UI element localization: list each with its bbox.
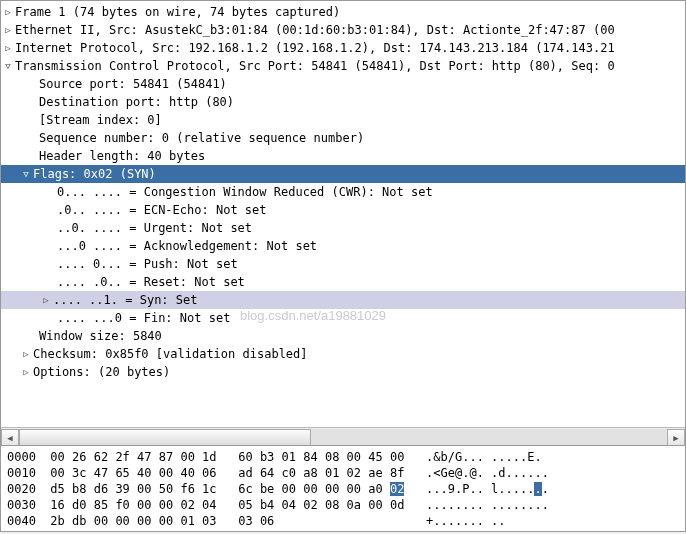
sequence-number-text: Sequence number: 0 (relative sequence nu… — [39, 130, 364, 147]
stream-index-text: [Stream index: 0] — [39, 112, 162, 129]
scroll-track[interactable] — [19, 429, 667, 447]
fin-flag-text: .... ...0 = Fin: Not set — [57, 310, 230, 327]
ack-flag-row[interactable]: ...0 .... = Acknowledgement: Not set — [1, 237, 685, 255]
dest-port-text: Destination port: http (80) — [39, 94, 234, 111]
hex-ascii: +....... .. — [426, 514, 505, 528]
expand-icon[interactable]: ▷ — [19, 346, 33, 363]
source-port-row[interactable]: Source port: 54841 (54841) — [1, 75, 685, 93]
horizontal-scrollbar[interactable]: ◀ ▶ — [1, 427, 685, 446]
source-port-text: Source port: 54841 (54841) — [39, 76, 227, 93]
urg-flag-text: ..0. .... = Urgent: Not set — [57, 220, 252, 237]
scroll-thumb[interactable] — [19, 429, 311, 447]
hex-ascii: ...9.P.. l..... — [426, 482, 534, 496]
expand-icon[interactable]: ▷ — [1, 40, 15, 57]
hex-offset: 0040 — [7, 514, 36, 528]
expand-icon[interactable]: ▷ — [1, 4, 15, 21]
hex-offset: 0020 — [7, 482, 36, 496]
fin-flag-row[interactable]: .... ...0 = Fin: Not set — [1, 309, 685, 327]
checksum-text: Checksum: 0x85f0 [validation disabled] — [33, 346, 308, 363]
frame-row[interactable]: ▷ Frame 1 (74 bytes on wire, 74 bytes ca… — [1, 3, 685, 21]
ece-flag-text: .0.. .... = ECN-Echo: Not set — [57, 202, 267, 219]
hex-bytes: 00 3c 47 65 40 00 40 06 — [50, 466, 216, 480]
header-length-text: Header length: 40 bytes — [39, 148, 205, 165]
hex-bytes: 05 b4 04 02 08 0a 00 0d — [238, 498, 404, 512]
ip-row[interactable]: ▷ Internet Protocol, Src: 192.168.1.2 (1… — [1, 39, 685, 57]
ethernet-text: Ethernet II, Src: AsustekC_b3:01:84 (00:… — [15, 22, 615, 39]
options-text: Options: (20 bytes) — [33, 364, 170, 381]
hex-bytes: 6c be 00 00 00 00 a0 — [238, 482, 390, 496]
window-size-row[interactable]: Window size: 5840 — [1, 327, 685, 345]
hex-bytes: 60 b3 01 84 08 00 45 00 — [238, 450, 404, 464]
hex-row[interactable]: 0010 00 3c 47 65 40 00 40 06 ad 64 c0 a8… — [7, 465, 679, 481]
scroll-right-icon[interactable]: ▶ — [667, 429, 685, 447]
flags-text: Flags: 0x02 (SYN) — [33, 166, 156, 183]
syn-flag-row[interactable]: ▷ .... ..1. = Syn: Set — [1, 291, 685, 309]
options-row[interactable]: ▷ Options: (20 bytes) — [1, 363, 685, 381]
frame-text: Frame 1 (74 bytes on wire, 74 bytes capt… — [15, 4, 340, 21]
psh-flag-text: .... 0... = Push: Not set — [57, 256, 238, 273]
header-length-row[interactable]: Header length: 40 bytes — [1, 147, 685, 165]
hex-row[interactable]: 0030 16 d0 85 f0 00 00 02 04 05 b4 04 02… — [7, 497, 679, 513]
hex-bytes: 00 26 62 2f 47 87 00 1d — [50, 450, 216, 464]
ack-flag-text: ...0 .... = Acknowledgement: Not set — [57, 238, 317, 255]
hex-ascii: .<Ge@.@. .d...... — [426, 466, 549, 480]
protocol-tree[interactable]: ▷ Frame 1 (74 bytes on wire, 74 bytes ca… — [1, 1, 685, 427]
hex-bytes: ad 64 c0 a8 01 02 ae 8f — [238, 466, 404, 480]
psh-flag-row[interactable]: .... 0... = Push: Not set — [1, 255, 685, 273]
window-size-text: Window size: 5840 — [39, 328, 162, 345]
cwr-flag-text: 0... .... = Congestion Window Reduced (C… — [57, 184, 433, 201]
collapse-icon[interactable]: ▽ — [19, 166, 33, 183]
hex-highlight: 02 — [390, 482, 404, 496]
hex-offset: 0030 — [7, 498, 36, 512]
hex-ascii: ........ ........ — [426, 498, 549, 512]
cwr-flag-row[interactable]: 0... .... = Congestion Window Reduced (C… — [1, 183, 685, 201]
tcp-row[interactable]: ▽ Transmission Control Protocol, Src Por… — [1, 57, 685, 75]
rst-flag-text: .... .0.. = Reset: Not set — [57, 274, 245, 291]
collapse-icon[interactable]: ▽ — [1, 58, 15, 75]
stream-index-row[interactable]: [Stream index: 0] — [1, 111, 685, 129]
hex-row[interactable]: 0040 2b db 00 00 00 00 01 03 03 06 +....… — [7, 513, 679, 529]
hex-offset: 0000 — [7, 450, 36, 464]
hex-bytes: 16 d0 85 f0 00 00 02 04 — [50, 498, 216, 512]
hex-bytes: 2b db 00 00 00 00 01 03 — [50, 514, 216, 528]
hex-row[interactable]: 0000 00 26 62 2f 47 87 00 1d 60 b3 01 84… — [7, 449, 679, 465]
hex-offset: 0010 — [7, 466, 36, 480]
packet-details-pane: ▷ Frame 1 (74 bytes on wire, 74 bytes ca… — [0, 0, 686, 446]
flags-row[interactable]: ▽ Flags: 0x02 (SYN) — [1, 165, 685, 183]
checksum-row[interactable]: ▷ Checksum: 0x85f0 [validation disabled] — [1, 345, 685, 363]
dest-port-row[interactable]: Destination port: http (80) — [1, 93, 685, 111]
scroll-left-icon[interactable]: ◀ — [1, 429, 19, 447]
hex-dump-pane[interactable]: 0000 00 26 62 2f 47 87 00 1d 60 b3 01 84… — [0, 446, 686, 532]
hex-bytes: d5 b8 d6 39 00 50 f6 1c — [50, 482, 216, 496]
rst-flag-row[interactable]: .... .0.. = Reset: Not set — [1, 273, 685, 291]
expand-icon[interactable]: ▷ — [19, 364, 33, 381]
ip-text: Internet Protocol, Src: 192.168.1.2 (192… — [15, 40, 615, 57]
hex-bytes: 03 06 — [238, 514, 274, 528]
syn-flag-text: .... ..1. = Syn: Set — [53, 292, 198, 309]
sequence-number-row[interactable]: Sequence number: 0 (relative sequence nu… — [1, 129, 685, 147]
hex-ascii-highlight: . — [534, 482, 541, 496]
expand-icon[interactable]: ▷ — [1, 22, 15, 39]
tcp-text: Transmission Control Protocol, Src Port:… — [15, 58, 615, 75]
hex-row[interactable]: 0020 d5 b8 d6 39 00 50 f6 1c 6c be 00 00… — [7, 481, 679, 497]
expand-icon[interactable]: ▷ — [39, 292, 53, 309]
ethernet-row[interactable]: ▷ Ethernet II, Src: AsustekC_b3:01:84 (0… — [1, 21, 685, 39]
ece-flag-row[interactable]: .0.. .... = ECN-Echo: Not set — [1, 201, 685, 219]
urg-flag-row[interactable]: ..0. .... = Urgent: Not set — [1, 219, 685, 237]
hex-ascii: .&b/G... .....E. — [426, 450, 542, 464]
